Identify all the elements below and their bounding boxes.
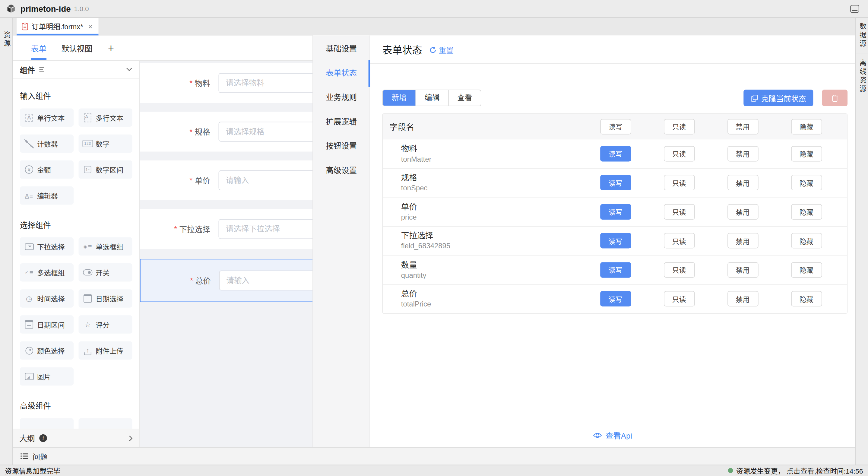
- resource-change-status[interactable]: 资源发生变更， 点击查看,检查时间:14:56: [728, 466, 863, 476]
- component-item[interactable]: 计数器: [20, 135, 73, 153]
- settings-menu-item-basic-settings[interactable]: 基础设置: [313, 36, 369, 61]
- settings-menu-item-advanced-settings[interactable]: 高级设置: [313, 158, 369, 183]
- layout-panel-icon[interactable]: [850, 5, 859, 13]
- delete-state-button[interactable]: [822, 90, 847, 106]
- mode-button-readonly[interactable]: 只读: [663, 233, 694, 248]
- field-display-name: 总价: [401, 289, 584, 300]
- resources-rail-tab[interactable]: 资源: [0, 31, 12, 48]
- component-item-label: 数字区间: [96, 165, 123, 175]
- component-item[interactable]: 时间选择: [20, 289, 73, 308]
- mode-button-readonly[interactable]: 只读: [663, 262, 694, 277]
- mode-button-readwrite[interactable]: 读写: [600, 204, 631, 219]
- state-toolbar: 新增编辑查看 克隆当前状态: [382, 90, 847, 106]
- mode-button-disabled[interactable]: 禁用: [727, 175, 758, 190]
- mode-header-button-readwrite[interactable]: 读写: [600, 119, 631, 134]
- component-item[interactable]: 颜色选择: [20, 341, 73, 360]
- settings-menu-item-extend-logic[interactable]: 扩展逻辑: [313, 110, 369, 134]
- settings-menu-item-button-settings[interactable]: 按钮设置: [313, 134, 369, 158]
- app-window: primeton-ide 1.0.0 资源 数据源 离线资源 订单明细.form…: [0, 0, 868, 476]
- mode-cell: 读写: [584, 175, 647, 190]
- component-item[interactable]: 编辑器: [20, 186, 73, 205]
- mode-button-readwrite[interactable]: 读写: [600, 146, 631, 161]
- outline-label: 大纲: [19, 433, 35, 444]
- mode-button-disabled[interactable]: 禁用: [727, 233, 758, 248]
- i-checkbox-group-icon: [25, 268, 34, 277]
- component-item[interactable]: 多行文本: [79, 108, 132, 127]
- offline-resources-rail-tab[interactable]: 离线资源: [856, 59, 868, 93]
- app-version: 1.0.0: [74, 5, 89, 13]
- clone-current-state-button[interactable]: 克隆当前状态: [743, 90, 813, 106]
- field-state-table: 字段名 读写只读禁用隐藏 物料tonMatter读写只读禁用隐藏规格tonSpe…: [382, 113, 847, 314]
- component-item[interactable]: 图片: [20, 367, 73, 386]
- component-item[interactable]: 单行文本: [20, 108, 73, 127]
- component-item[interactable]: 日期区间: [20, 315, 73, 334]
- mode-button-readwrite[interactable]: 读写: [600, 291, 631, 306]
- mode-button-readonly[interactable]: 只读: [663, 204, 694, 219]
- i-number-range-icon: [83, 165, 92, 174]
- outline-panel-header[interactable]: 大纲 i: [13, 429, 140, 447]
- component-item-label: 开关: [96, 267, 110, 278]
- component-item-label: 多行文本: [96, 112, 123, 123]
- component-item[interactable]: 开关: [79, 263, 132, 282]
- copy-icon: [751, 94, 758, 102]
- required-asterisk-icon: *: [189, 127, 192, 136]
- component-item[interactable]: 评分: [79, 315, 132, 334]
- datasource-rail-tab[interactable]: 数据源: [856, 23, 868, 48]
- collapse-panel-chevron-icon[interactable]: [126, 67, 132, 71]
- mode-button-disabled[interactable]: 禁用: [727, 204, 758, 219]
- mode-cell: 禁用: [711, 146, 775, 161]
- reset-link[interactable]: 重置: [429, 44, 454, 56]
- component-item[interactable]: 金额: [20, 160, 73, 179]
- mode-button-readwrite[interactable]: 读写: [600, 233, 631, 248]
- chevron-right-icon[interactable]: [129, 435, 133, 441]
- mode-button-readwrite[interactable]: 读写: [600, 175, 631, 190]
- component-item[interactable]: 多选框组: [20, 263, 73, 282]
- mode-cell: 隐藏: [775, 146, 838, 161]
- state-tab-add[interactable]: 新增: [383, 90, 415, 106]
- component-item[interactable]: 单选框组: [79, 237, 132, 256]
- mode-button-disabled[interactable]: 禁用: [727, 291, 758, 306]
- tab-form[interactable]: 表单: [31, 35, 46, 60]
- component-item[interactable]: 数字: [79, 135, 132, 153]
- field-label: *物料: [140, 63, 210, 103]
- settings-menu-item-form-state[interactable]: 表单状态: [313, 61, 369, 85]
- mode-button-disabled[interactable]: 禁用: [727, 146, 758, 161]
- mode-button-hidden[interactable]: 隐藏: [791, 204, 822, 219]
- add-view-button[interactable]: +: [108, 41, 114, 54]
- view-api-link[interactable]: 查看Api: [370, 430, 855, 441]
- settings-menu-item-business-rules[interactable]: 业务规则: [313, 85, 369, 110]
- mode-button-hidden[interactable]: 隐藏: [791, 262, 822, 277]
- file-tab-order-detail[interactable]: 订单明细.formx* ×: [17, 18, 98, 35]
- field-display-name: 数量: [401, 260, 584, 270]
- i-time-icon: [25, 294, 34, 303]
- mode-cell: 读写: [584, 233, 647, 248]
- mode-button-readonly[interactable]: 只读: [663, 291, 694, 306]
- component-item[interactable]: 日期选择: [79, 289, 132, 308]
- component-item[interactable]: 下拉选择: [20, 237, 73, 256]
- mode-button-readwrite[interactable]: 读写: [600, 262, 631, 277]
- mode-button-readonly[interactable]: 只读: [663, 146, 694, 161]
- mode-header-button-disabled[interactable]: 禁用: [727, 119, 758, 134]
- state-tab-view[interactable]: 查看: [448, 90, 481, 106]
- mode-button-hidden[interactable]: 隐藏: [791, 175, 822, 190]
- section-heading: 输入组件: [20, 90, 139, 101]
- component-item-partial[interactable]: [20, 418, 73, 429]
- mode-button-hidden[interactable]: 隐藏: [791, 233, 822, 248]
- close-tab-icon[interactable]: ×: [88, 22, 93, 30]
- tab-default-view[interactable]: 默认视图: [62, 35, 93, 60]
- mode-button-readonly[interactable]: 只读: [663, 175, 694, 190]
- component-item-partial[interactable]: [79, 418, 132, 429]
- mode-button-disabled[interactable]: 禁用: [727, 262, 758, 277]
- component-item-label: 单选框组: [96, 241, 123, 252]
- mode-button-hidden[interactable]: 隐藏: [791, 146, 822, 161]
- mode-header-button-hidden[interactable]: 隐藏: [791, 119, 822, 134]
- state-tab-edit[interactable]: 编辑: [415, 90, 448, 106]
- mode-cell: 禁用: [711, 233, 775, 248]
- reset-label: 重置: [439, 44, 454, 56]
- panel-header: 表单状态 重置: [370, 35, 855, 64]
- mode-header-button-readonly[interactable]: 只读: [663, 119, 694, 134]
- component-item[interactable]: 数字区间: [79, 160, 132, 179]
- problems-panel-header[interactable]: 问题: [13, 447, 855, 465]
- mode-button-hidden[interactable]: 隐藏: [791, 291, 822, 306]
- component-item[interactable]: 附件上传: [79, 341, 132, 360]
